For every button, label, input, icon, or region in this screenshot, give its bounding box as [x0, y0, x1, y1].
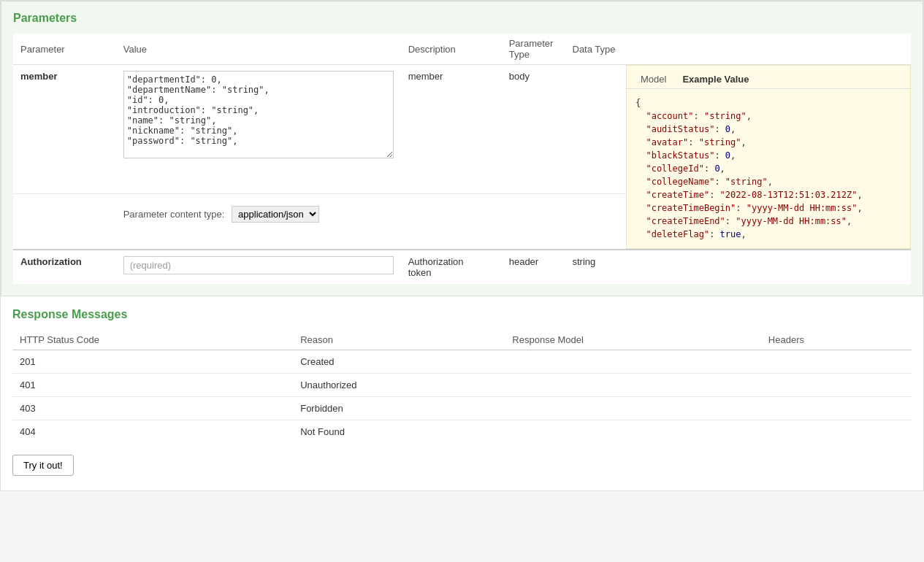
member-param-type: body [509, 71, 530, 82]
col-header-description: Description [401, 34, 502, 65]
col-header-value: Value [116, 34, 401, 65]
member-value-textarea[interactable]: "departmentId": 0, "departmentName": "st… [123, 71, 394, 158]
tab-example-value[interactable]: Example Value [674, 70, 757, 88]
json-key-auditStatus: "auditStatus" [635, 124, 714, 134]
example-code: { "account": "string", "auditStatus": 0,… [627, 89, 910, 248]
col-header-example [626, 34, 911, 65]
response-model-401 [505, 374, 760, 397]
content-type-label: Parameter content type: [123, 209, 225, 220]
col-header-parameter: Parameter [13, 34, 116, 65]
col-header-data-type: Data Type [565, 34, 627, 65]
json-key-createTime: "createTime" [635, 190, 709, 200]
response-model-201 [505, 350, 760, 374]
parameters-table: Parameter Value Description Parameter Ty… [13, 34, 911, 284]
json-key-createTimeEnd: "createTimeEnd" [635, 216, 725, 226]
response-headers-201 [761, 350, 912, 374]
response-row-401: 401 Unauthorized [12, 374, 912, 397]
parameters-title: Parameters [13, 9, 911, 25]
col-header-headers: Headers [761, 330, 912, 350]
table-row-authorization: Authorization Authorizationtoken header … [13, 250, 911, 284]
response-table: HTTP Status Code Reason Response Model H… [12, 330, 912, 443]
response-messages-title: Response Messages [12, 308, 912, 321]
json-key-account: "account" [635, 111, 693, 121]
response-reason-404: Not Found [293, 420, 505, 444]
parameters-section: Parameters Parameter Value Description P… [1, 1, 923, 296]
param-name-authorization: Authorization [20, 256, 82, 267]
json-key-blackStatus: "blackStatus" [635, 150, 714, 161]
response-code-201: 201 [12, 350, 293, 374]
response-headers-401 [761, 374, 912, 397]
response-row-404: 404 Not Found [12, 420, 912, 444]
col-header-response-model: Response Model [505, 330, 760, 350]
param-name-member: member [20, 71, 58, 82]
response-headers-404 [761, 420, 912, 444]
response-model-403 [505, 397, 760, 420]
table-row: member "departmentId": 0, "departmentNam… [13, 65, 911, 194]
response-reason-201: Created [293, 350, 505, 374]
col-header-http-status: HTTP Status Code [12, 330, 293, 350]
response-code-401: 401 [12, 374, 293, 397]
json-key-deleteFlag: "deleteFlag" [635, 229, 709, 239]
response-reason-401: Unauthorized [293, 374, 505, 397]
content-type-select[interactable]: application/json [232, 206, 319, 223]
authorization-input[interactable] [123, 256, 394, 274]
json-key-collegeId: "collegeId" [635, 163, 704, 174]
json-key-avatar: "avatar" [635, 137, 688, 147]
authorization-description: Authorizationtoken [408, 256, 464, 278]
response-code-404: 404 [12, 420, 293, 444]
response-messages-section: Response Messages HTTP Status Code Reaso… [1, 296, 923, 490]
json-key-collegeName: "collegeName" [635, 177, 714, 187]
authorization-param-type: header [509, 256, 538, 267]
response-reason-403: Forbidden [293, 397, 505, 420]
member-description: member [408, 71, 443, 82]
response-code-403: 403 [12, 397, 293, 420]
response-model-404 [505, 420, 760, 444]
col-header-reason: Reason [293, 330, 505, 350]
response-headers-403 [761, 397, 912, 420]
example-panel: Model Example Value { "account": "string… [626, 65, 911, 249]
json-brace-open: { [635, 98, 641, 108]
response-row-403: 403 Forbidden [12, 397, 912, 420]
response-row-201: 201 Created [12, 350, 912, 374]
tab-model[interactable]: Model [633, 70, 674, 88]
try-it-out-button[interactable]: Try it out! [12, 455, 74, 476]
model-tabs: Model Example Value [627, 66, 910, 89]
authorization-data-type: string [573, 256, 596, 267]
col-header-parameter-type: Parameter Type [502, 34, 565, 65]
json-key-createTimeBegin: "createTimeBegin" [635, 203, 736, 213]
